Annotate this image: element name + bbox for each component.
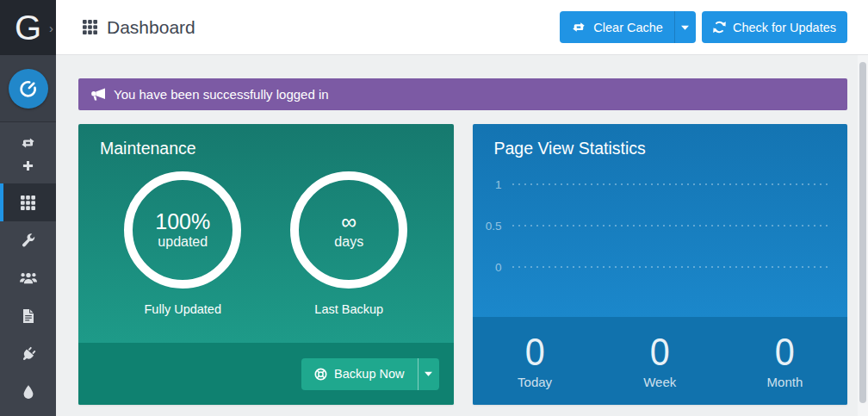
dashboard-grid-icon <box>21 196 35 210</box>
refresh-icon <box>713 21 726 34</box>
sidebar-expand-chevron-icon[interactable]: › <box>49 21 53 35</box>
today-value: 0 <box>525 333 545 371</box>
last-backup-label: Last Backup <box>290 302 407 316</box>
dashboard-grid-icon <box>83 20 97 34</box>
gridline <box>512 225 833 227</box>
sidebar-item-themes[interactable] <box>0 373 56 411</box>
updated-value: 100% <box>155 210 210 234</box>
clear-cache-dropdown-button[interactable] <box>674 11 696 43</box>
y-axis-tick: 0 <box>473 261 512 274</box>
stats-title: Page View Statistics <box>473 124 848 158</box>
caret-down-icon <box>681 25 689 30</box>
sidebar-item-sync[interactable] <box>0 131 56 154</box>
caret-down-icon <box>425 371 432 376</box>
themes-drop-icon <box>23 385 34 399</box>
page-title: Dashboard <box>83 17 195 38</box>
retweet-icon <box>571 22 586 33</box>
panels-row: Maintenance 100% updated ∞ days Fully Up… <box>78 124 847 405</box>
backup-split-button: Backup Now <box>301 358 438 390</box>
page-title-text: Dashboard <box>107 17 195 38</box>
topbar-actions: Clear Cache Check for Updates <box>560 11 847 43</box>
counter-today: 0 Today <box>473 317 598 405</box>
backup-dropdown-button[interactable] <box>418 358 439 390</box>
topbar: Dashboard Clear Cache <box>56 0 868 55</box>
maintenance-circle-labels: Fully Updated Last Backup <box>78 302 454 316</box>
last-backup-ring: ∞ days <box>290 171 407 289</box>
maintenance-footer: Backup Now <box>78 343 454 405</box>
notification-banner: You have been successfully logged in <box>78 78 847 110</box>
logo-letter: G <box>15 10 41 45</box>
today-label: Today <box>518 375 552 389</box>
gridline <box>512 183 833 185</box>
backup-now-button[interactable]: Backup Now <box>301 358 417 390</box>
bullhorn-icon <box>90 88 106 101</box>
sidebar-nav <box>0 122 56 411</box>
pages-file-icon <box>22 309 34 323</box>
counter-week: 0 Week <box>598 317 722 405</box>
month-value: 0 <box>775 333 795 371</box>
scrollbar-track[interactable] <box>858 55 868 416</box>
sidebar: G › <box>0 0 56 416</box>
stats-footer: 0 Today 0 Week 0 Month <box>473 317 848 405</box>
power-icon <box>19 79 38 98</box>
chart-gridline-row: 0 <box>473 246 848 288</box>
updated-ring: 100% updated <box>124 171 241 289</box>
y-axis-tick: 1 <box>473 178 512 191</box>
users-icon <box>20 272 37 284</box>
clear-cache-button[interactable]: Clear Cache <box>560 11 674 43</box>
maintenance-title: Maintenance <box>78 124 454 158</box>
notification-text: You have been successfully logged in <box>114 87 329 102</box>
counter-month: 0 Month <box>722 317 847 405</box>
updated-unit: updated <box>158 234 208 250</box>
sidebar-item-accounts[interactable] <box>0 259 56 297</box>
scrollbar-thumb[interactable] <box>859 62 866 403</box>
updated-label: Fully Updated <box>124 302 241 316</box>
sidebar-item-plugins[interactable] <box>0 335 56 373</box>
month-label: Month <box>767 375 803 389</box>
life-ring-icon <box>314 368 327 381</box>
main-content: You have been successfully logged in Mai… <box>56 55 868 416</box>
page-views-chart: 1 0.5 0 <box>473 164 848 288</box>
sidebar-item-dashboard[interactable] <box>0 183 56 221</box>
logout-power-button[interactable] <box>9 69 48 109</box>
wrench-icon <box>22 233 35 247</box>
week-label: Week <box>643 375 676 389</box>
check-updates-button[interactable]: Check for Updates <box>702 11 847 43</box>
sidebar-item-configuration[interactable] <box>0 221 56 259</box>
maintenance-circles: 100% updated ∞ days <box>78 171 454 289</box>
sidebar-item-pages[interactable] <box>0 297 56 335</box>
sidebar-item-add[interactable] <box>0 154 56 177</box>
page-view-statistics-panel: Page View Statistics 1 0.5 0 0 To <box>473 124 848 405</box>
maintenance-panel: Maintenance 100% updated ∞ days Fully Up… <box>78 124 454 405</box>
y-axis-tick: 0.5 <box>473 220 512 233</box>
plugins-plug-icon <box>19 345 38 363</box>
backup-unit: days <box>334 234 363 250</box>
chart-gridline-row: 1 <box>473 164 848 205</box>
week-value: 0 <box>650 333 670 371</box>
clear-cache-split-button: Clear Cache <box>560 11 696 43</box>
plus-icon <box>22 160 34 171</box>
avatar-block <box>0 55 56 122</box>
chart-gridline-row: 0.5 <box>473 205 848 246</box>
backup-value: ∞ <box>341 210 356 234</box>
logo-link[interactable]: G › <box>0 0 56 55</box>
retweet-icon <box>20 137 36 149</box>
gridline <box>512 266 833 268</box>
